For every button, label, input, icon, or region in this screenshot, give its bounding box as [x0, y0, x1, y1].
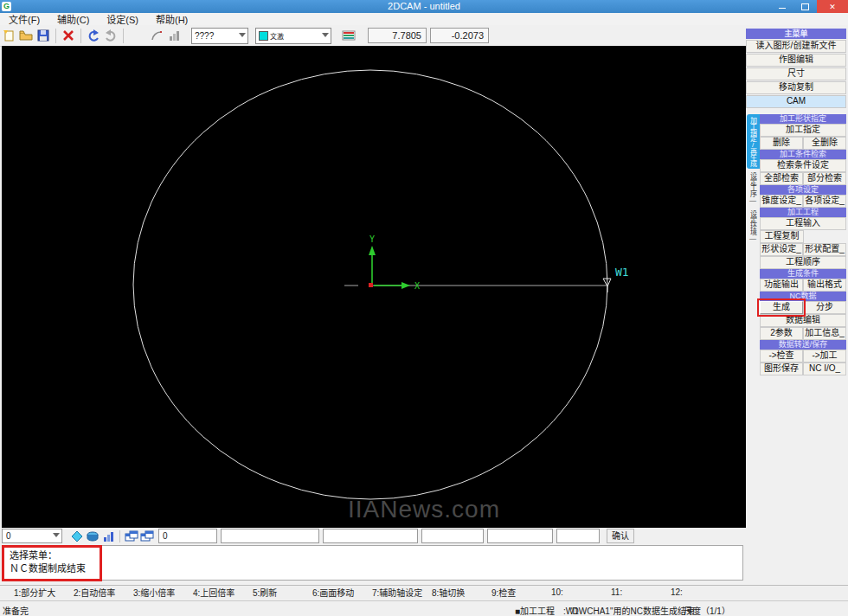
minimize-button[interactable] [770, 0, 793, 13]
zoom-combobox[interactable]: 0 [2, 529, 62, 543]
sidebar-main-item[interactable]: 尺寸 [746, 67, 846, 80]
cam-button[interactable]: 部分检索 [803, 172, 846, 185]
function-key[interactable]: 9:检查 [491, 586, 551, 599]
function-key-bar: 1:部分扩大2:自动倍率3:缩小倍率4:上回倍率5:刷新6:画面移动7:辅助轴设… [0, 585, 848, 599]
layer-combobox[interactable]: 文激 [255, 28, 331, 44]
cam-button[interactable]: 分步 [803, 301, 846, 314]
condition-combobox[interactable]: ???? [191, 28, 248, 44]
cam-button[interactable]: 加工信息_ [803, 327, 846, 340]
confirm-button[interactable]: 确认 [607, 529, 634, 543]
status-ready: 准备完 [3, 604, 29, 616]
arc-icon[interactable] [149, 29, 165, 43]
zoom-combobox-value: 0 [6, 531, 11, 541]
cam-button[interactable]: 检索条件设定 [760, 159, 846, 172]
zoom-diamond-icon[interactable] [69, 529, 85, 543]
cam-button[interactable]: 输出格式 [803, 279, 846, 292]
function-key[interactable]: 3:缩小倍率 [133, 586, 193, 599]
close-button[interactable]: ✕ [817, 0, 848, 13]
function-key[interactable]: 2:自动倍率 [74, 586, 133, 599]
bar-chart-icon[interactable] [100, 529, 116, 543]
empty-field[interactable] [323, 529, 418, 543]
cam-button[interactable]: 2参数 [760, 327, 803, 340]
sidebar-main-item[interactable]: 读入图形/创建新文件 [746, 40, 846, 53]
cam-button[interactable]: ->加工 [803, 350, 846, 363]
open-folder-icon[interactable] [18, 29, 35, 43]
button-row: 锥度设定_各项设定_ [760, 195, 846, 208]
cam-button[interactable]: 形状配置_ [803, 243, 846, 256]
function-key[interactable]: 10: [551, 587, 611, 597]
drawing-canvas[interactable]: Y X W1 IIANews.com [2, 46, 746, 528]
y-axis-label: Y [369, 234, 375, 244]
menu-item[interactable]: 设定(S) [98, 12, 147, 26]
empty-field[interactable] [421, 529, 484, 543]
x-axis-label: X [414, 281, 420, 291]
undo-icon[interactable] [86, 29, 102, 43]
function-key[interactable]: 1:部分扩大 [14, 586, 74, 599]
value-input[interactable]: 0 [158, 529, 217, 543]
cam-button[interactable]: 全删除 [803, 137, 846, 150]
main-menu-header: 主菜单 [746, 29, 846, 39]
cam-button[interactable]: 生成 [760, 301, 803, 314]
function-key[interactable]: 7:辅助轴设定 [372, 586, 432, 599]
cam-button[interactable]: 删除 [760, 137, 803, 150]
chevron-down-icon [322, 33, 329, 37]
redo-icon[interactable] [103, 29, 119, 43]
section-header: NC数据 [760, 292, 846, 301]
chart-icon[interactable] [166, 29, 183, 43]
empty-field[interactable] [487, 529, 553, 543]
cam-button[interactable]: 数据编辑 [760, 314, 846, 327]
function-key[interactable]: 5:刷新 [253, 586, 312, 599]
maximize-button[interactable] [793, 0, 817, 13]
cam-button[interactable]: 图形保存 [760, 363, 803, 375]
cam-button[interactable]: 各项设定_ [803, 195, 846, 208]
menu-item[interactable]: 帮助(H) [147, 12, 196, 26]
menu-item[interactable]: 辅助(C) [48, 12, 98, 26]
cam-button[interactable]: 锥度设定_ [760, 195, 803, 208]
button-row: 2参数加工信息_ [760, 327, 846, 340]
sidebar-main-item[interactable]: 作图编辑 [746, 54, 846, 67]
section-header: 加工形状指定 [760, 114, 846, 124]
vertical-tab-inactive[interactable]: 设定工序— [747, 169, 760, 207]
sidebar-main-item[interactable]: 移动复制 [746, 81, 846, 94]
function-key[interactable]: 4:上回倍率 [193, 586, 253, 599]
cam-button[interactable]: 工程顺序 [760, 256, 846, 269]
empty-field[interactable] [556, 529, 600, 543]
vertical-tab-active[interactable]: 加工指定/再生成 [747, 114, 760, 169]
function-key[interactable]: 8:轴切换 [432, 586, 491, 599]
function-key[interactable]: 12: [671, 587, 730, 597]
function-key[interactable]: 6:画面移动 [312, 586, 372, 599]
cam-button[interactable]: 加工指定 [760, 124, 846, 137]
message-line-1: 选择菜单： [10, 549, 94, 562]
section-header: 加工条件检索 [760, 150, 846, 159]
sidebar-main-item[interactable]: CAM [746, 95, 846, 108]
start-point-label: W1 [615, 266, 629, 279]
status-bar: 准备完 ■加工工程 :W1 "DWCHA1"用的NC数据生成结束 尺度（1/1） [0, 600, 848, 616]
window-copy-icon[interactable] [139, 529, 155, 543]
layers-icon[interactable] [85, 529, 100, 543]
window-copy-icon[interactable] [124, 529, 139, 543]
cam-button[interactable]: 工程复制 [760, 230, 804, 243]
cam-button[interactable]: 全部检索 [760, 172, 803, 185]
cam-button[interactable]: 形状设定_ [760, 243, 803, 256]
cam-button[interactable]: 功能输出 [760, 279, 803, 292]
cam-button[interactable]: ->检查 [760, 350, 803, 363]
menu-item[interactable]: 文件(F) [0, 12, 48, 26]
button-row: 图形保存NC I/O_ [760, 363, 846, 375]
save-icon[interactable] [35, 29, 52, 43]
button-row: 删除全删除 [760, 137, 846, 150]
message-line-2: ＮＣ数据制成结束 [10, 562, 94, 575]
menu-bar: 文件(F)辅助(C)设定(S)帮助(H) [0, 13, 848, 25]
origin-point [369, 283, 373, 287]
button-row: 检索条件设定 [760, 159, 846, 172]
empty-field[interactable] [221, 529, 319, 543]
new-file-icon[interactable] [1, 29, 17, 43]
main-menu-buttons: 读入图形/创建新文件作图编辑尺寸移动复制CAM [746, 40, 846, 108]
vertical-tab-inactive[interactable]: 设定环境— [747, 207, 760, 245]
function-key[interactable]: 11: [611, 587, 671, 597]
cam-button[interactable]: 工程输入 [760, 217, 846, 230]
button-row: 形状设定_形状配置_ [760, 243, 846, 256]
delete-icon[interactable] [61, 29, 77, 43]
coordinate-y-field: -0.2073 [430, 28, 489, 43]
color-table-icon[interactable] [341, 29, 357, 43]
cam-button[interactable]: NC I/O_ [803, 363, 846, 375]
